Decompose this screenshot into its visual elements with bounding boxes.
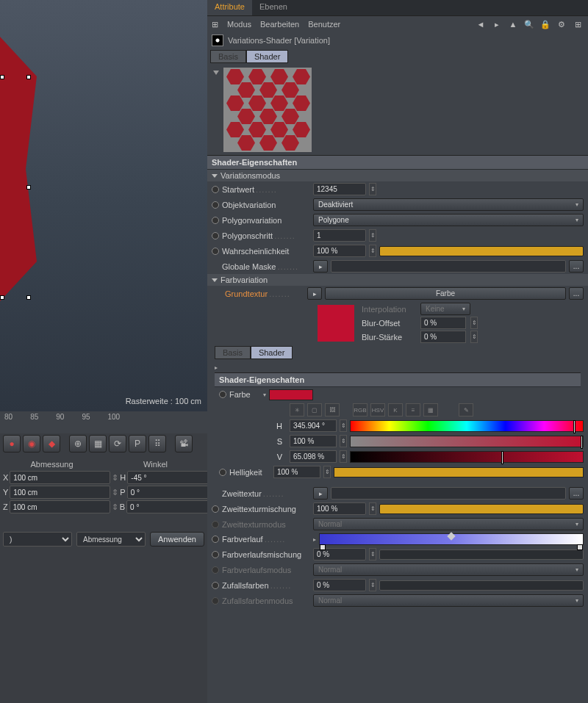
gradient-editor[interactable] (319, 533, 584, 545)
farbe-swatch[interactable] (269, 389, 313, 400)
timeline[interactable]: 80 85 90 95 100 (0, 411, 207, 433)
gear-icon[interactable]: ⚙ (556, 18, 567, 30)
blurstr-input[interactable] (420, 331, 466, 343)
handle[interactable] (0, 295, 4, 300)
search-icon[interactable]: 🔍 (523, 18, 535, 30)
y-input[interactable] (10, 486, 110, 499)
anim-dot[interactable] (212, 201, 219, 209)
menu-user[interactable]: Benutzer (308, 20, 340, 29)
bright-slider[interactable] (334, 467, 584, 477)
param-button[interactable]: P (129, 435, 146, 453)
tex2mix-slider[interactable] (379, 504, 584, 514)
anim-dot[interactable] (219, 391, 226, 398)
rgb-button[interactable]: RGB (353, 403, 368, 417)
gmask-input[interactable] (331, 260, 566, 273)
basetex-menu-button[interactable]: ▸ (307, 287, 322, 300)
film-button[interactable]: 📽 (175, 435, 193, 453)
tab-layers[interactable]: Ebenen (252, 0, 295, 15)
z-input[interactable] (10, 500, 110, 513)
mixer-icon[interactable]: ≡ (406, 403, 420, 417)
handle[interactable] (26, 75, 31, 79)
picker-icon[interactable]: ✎ (459, 403, 473, 417)
scale-button[interactable]: ▦ (89, 435, 107, 453)
viewport-3d[interactable]: Rasterweite : 100 cm (0, 0, 207, 411)
handle[interactable] (0, 75, 4, 79)
keyframe-button[interactable]: ◆ (43, 435, 60, 453)
k-button[interactable]: K (388, 403, 403, 417)
mode-dropdown[interactable]: Abmessung (76, 532, 146, 547)
color-button[interactable]: Farbe (325, 287, 566, 300)
tex2-browse-button[interactable]: ... (569, 487, 584, 500)
subtab2-shader[interactable]: Shader (251, 346, 293, 359)
color-swatch[interactable] (318, 305, 354, 342)
gmask-menu-button[interactable]: ▸ (313, 260, 328, 273)
fwd-icon[interactable]: ▸ (491, 18, 503, 30)
expand-icon[interactable]: ▸ (215, 364, 218, 371)
gradmix-slider[interactable] (379, 549, 584, 560)
tab-attribute[interactable]: Attribute (207, 0, 252, 15)
spinner-icon[interactable]: ✳ (290, 403, 304, 417)
gmask-browse-button[interactable]: ... (569, 260, 584, 273)
rand-input[interactable] (313, 579, 366, 591)
pla-button[interactable]: ⠿ (148, 435, 166, 453)
anim-dot[interactable] (212, 551, 219, 558)
anim-dot[interactable] (212, 217, 219, 224)
handle[interactable] (26, 185, 31, 190)
group-variation-mode[interactable]: Variationsmodus (207, 170, 588, 181)
group-color-variation[interactable]: Farbvariation (207, 274, 588, 286)
subtab-shader[interactable]: Shader (246, 50, 288, 63)
startwert-input[interactable] (313, 183, 366, 195)
new-icon[interactable]: ⊞ (572, 18, 584, 30)
polyvar-select[interactable]: Polygone▾ (313, 214, 584, 226)
prob-slider[interactable] (379, 246, 584, 256)
autokey-button[interactable]: ◉ (23, 435, 40, 453)
anim-dot[interactable] (212, 248, 219, 255)
h-input[interactable] (290, 419, 337, 432)
sat-slider[interactable] (350, 436, 584, 447)
anim-dot[interactable] (212, 505, 219, 513)
anim-dot[interactable] (219, 469, 226, 476)
prob-input[interactable] (313, 245, 366, 257)
apply-button[interactable]: Anwenden (150, 532, 204, 547)
left-dropdown[interactable]: ) (3, 532, 72, 547)
polystep-input[interactable] (313, 229, 366, 242)
lock-icon[interactable]: 🔒 (539, 18, 551, 30)
v-input[interactable] (290, 450, 337, 463)
subtab-basis[interactable]: Basis (210, 50, 246, 63)
bluroff-input[interactable] (420, 317, 466, 329)
swatches-icon[interactable]: ▦ (423, 403, 438, 417)
shader-preview[interactable] (223, 68, 312, 152)
rotate-button[interactable]: ⟳ (109, 435, 126, 453)
objvar-select[interactable]: Deaktiviert▾ (313, 198, 584, 211)
handle[interactable] (26, 295, 31, 300)
anim-dot[interactable] (212, 186, 219, 193)
record-button[interactable]: ● (3, 435, 21, 453)
image-icon[interactable]: 🖼 (325, 403, 340, 417)
gradient-stop[interactable] (577, 544, 583, 550)
anim-dot[interactable] (212, 536, 219, 543)
tex2mix-input[interactable] (313, 502, 366, 515)
anim-dot[interactable] (212, 232, 219, 239)
x-input[interactable] (10, 471, 110, 484)
gray-icon[interactable]: ▢ (307, 403, 322, 417)
s-input[interactable] (290, 435, 337, 447)
gradient-midpoint[interactable] (448, 532, 456, 540)
tex2-input[interactable] (331, 487, 566, 500)
move-button[interactable]: ⊕ (69, 435, 87, 453)
basetex-browse-button[interactable]: ... (569, 287, 584, 300)
val-slider[interactable] (350, 451, 584, 463)
gradient-stop[interactable] (320, 544, 326, 550)
subtab2-basis[interactable]: Basis (215, 346, 251, 359)
rand-slider[interactable] (379, 580, 584, 591)
hsv-button[interactable]: HSV (370, 403, 385, 417)
grid-icon[interactable]: ⊞ (212, 20, 218, 29)
menu-edit[interactable]: Bearbeiten (260, 20, 299, 29)
viewport-object[interactable] (0, 37, 37, 301)
hue-slider[interactable] (350, 420, 584, 432)
tex2-menu-button[interactable]: ▸ (313, 487, 328, 500)
anim-dot[interactable] (212, 582, 219, 589)
menu-mode[interactable]: Modus (227, 20, 251, 29)
up-icon[interactable]: ▲ (507, 18, 519, 30)
disclosure-icon[interactable] (213, 71, 219, 75)
bright-input[interactable] (273, 466, 320, 478)
